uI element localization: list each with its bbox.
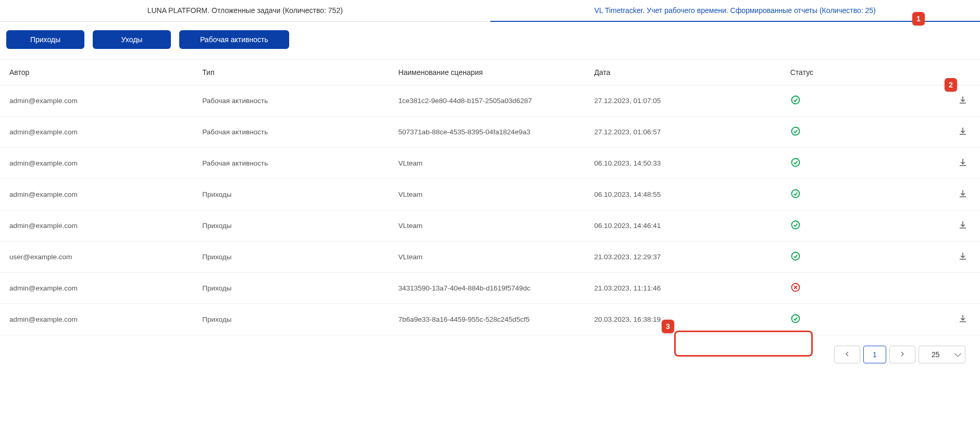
pager-prev[interactable]: [834, 346, 860, 363]
cell-date: 27.12.2023, 01:06:57: [588, 117, 784, 148]
arrivals-button[interactable]: Приходы: [6, 30, 84, 49]
cell-author: admin@example.com: [0, 117, 196, 148]
cell-type: Приходы: [196, 273, 392, 304]
cell-status: [784, 210, 941, 242]
cell-date: 06.10.2023, 14:50:33: [588, 148, 784, 179]
col-type[interactable]: Тип: [196, 60, 392, 85]
cell-download: [941, 179, 980, 210]
cell-author: admin@example.com: [0, 273, 196, 304]
cell-status: [784, 179, 941, 210]
cell-status: [784, 304, 941, 335]
departures-button[interactable]: Уходы: [93, 30, 171, 49]
chevron-right-icon: [898, 350, 907, 360]
table-row: admin@example.comПриходы7b6a9e33-8a16-44…: [0, 304, 980, 335]
col-status[interactable]: Статус: [784, 60, 941, 85]
svg-point-4: [791, 221, 799, 229]
cell-scenario: 7b6a9e33-8a16-4459-955c-528c245d5cf5: [392, 304, 588, 335]
cell-type: Рабочая активность: [196, 148, 392, 179]
cell-download: [941, 210, 980, 242]
cell-scenario: 34313590-13a7-40e4-884b-d1619f5749dc: [392, 273, 588, 304]
cell-type: Рабочая активность: [196, 85, 392, 117]
cell-author: admin@example.com: [0, 85, 196, 117]
status-success-icon: [790, 220, 801, 230]
cell-type: Приходы: [196, 304, 392, 335]
toolbar: Приходы Уходы Рабочая активность: [0, 22, 980, 59]
col-date[interactable]: Дата: [588, 60, 784, 85]
cell-download: [941, 117, 980, 148]
status-success-icon: [790, 313, 801, 324]
cell-type: Приходы: [196, 242, 392, 273]
table-row: admin@example.comПриходы34313590-13a7-40…: [0, 273, 980, 304]
status-success-icon: [790, 251, 801, 261]
tab-right[interactable]: VL Timetracker. Учет рабочего времени. С…: [490, 0, 981, 22]
tab-left[interactable]: LUNA PLATFORM. Отложенные задачи (Количе…: [0, 0, 490, 21]
cell-date: 06.10.2023, 14:46:41: [588, 210, 784, 242]
pager: 1 25: [0, 335, 980, 374]
download-icon[interactable]: [958, 127, 967, 136]
cell-author: admin@example.com: [0, 148, 196, 179]
cell-date: 21.03.2023, 12:29:37: [588, 242, 784, 273]
svg-point-1: [791, 128, 799, 135]
col-author[interactable]: Автор: [0, 60, 196, 85]
svg-point-2: [791, 159, 799, 167]
cell-scenario: VLteam: [392, 210, 588, 242]
cell-author: admin@example.com: [0, 179, 196, 210]
table-row: admin@example.comРабочая активность50737…: [0, 117, 980, 148]
pager-page-size[interactable]: 25: [919, 346, 965, 363]
svg-point-3: [791, 190, 799, 198]
status-success-icon: [790, 157, 801, 168]
cell-type: Приходы: [196, 179, 392, 210]
cell-status: [784, 273, 941, 304]
download-icon[interactable]: [958, 251, 967, 261]
cell-date: 27.12.2023, 01:07:05: [588, 85, 784, 117]
svg-point-0: [791, 96, 799, 104]
cell-scenario: VLteam: [392, 242, 588, 273]
chevron-left-icon: [843, 350, 851, 360]
reports-table: Автор Тип Наименование сценария Дата Ста…: [0, 59, 980, 335]
cell-status: [784, 242, 941, 273]
cell-download: [941, 148, 980, 179]
download-icon[interactable]: [958, 158, 967, 167]
svg-point-9: [791, 315, 799, 323]
status-success-icon: [790, 188, 801, 199]
cell-scenario: 1ce381c2-9e80-44d8-b157-2505a03d6287: [392, 85, 588, 117]
cell-author: user@example.com: [0, 242, 196, 273]
download-icon[interactable]: [958, 314, 967, 323]
table-row: admin@example.comРабочая активность1ce38…: [0, 85, 980, 117]
cell-date: 21.03.2023, 11:11:46: [588, 273, 784, 304]
table-row: admin@example.comПриходыVLteam06.10.2023…: [0, 179, 980, 210]
cell-status: [784, 85, 941, 117]
cell-status: [784, 117, 941, 148]
cell-scenario: VLteam: [392, 148, 588, 179]
cell-author: admin@example.com: [0, 304, 196, 335]
cell-download: [941, 273, 980, 304]
callout-1: 1: [912, 12, 925, 26]
download-icon[interactable]: [958, 189, 967, 198]
cell-author: admin@example.com: [0, 210, 196, 242]
table-row: user@example.comПриходыVLteam21.03.2023,…: [0, 242, 980, 273]
status-success-icon: [790, 126, 801, 136]
pager-next[interactable]: [889, 346, 915, 363]
status-error-icon: [790, 282, 801, 293]
table-row: admin@example.comПриходыVLteam06.10.2023…: [0, 210, 980, 242]
cell-type: Рабочая активность: [196, 117, 392, 148]
svg-point-5: [791, 252, 799, 260]
callout-3: 3: [662, 320, 674, 333]
cell-scenario: VLteam: [392, 179, 588, 210]
activity-button[interactable]: Рабочая активность: [179, 30, 289, 49]
cell-type: Приходы: [196, 210, 392, 242]
table-row: admin@example.comРабочая активностьVLtea…: [0, 148, 980, 179]
cell-status: [784, 148, 941, 179]
cell-download: [941, 242, 980, 273]
download-icon[interactable]: [958, 220, 967, 230]
status-success-icon: [790, 95, 801, 105]
cell-download: [941, 304, 980, 335]
cell-date: 20.03.2023, 16:38:19: [588, 304, 784, 335]
download-icon[interactable]: [958, 95, 967, 105]
tabs-bar: LUNA PLATFORM. Отложенные задачи (Количе…: [0, 0, 980, 22]
cell-date: 06.10.2023, 14:48:55: [588, 179, 784, 210]
col-scenario[interactable]: Наименование сценария: [392, 60, 588, 85]
pager-current-page[interactable]: 1: [863, 346, 886, 363]
callout-2: 2: [945, 78, 957, 92]
cell-scenario: 507371ab-88ce-4535-8395-04fa1824e9a3: [392, 117, 588, 148]
